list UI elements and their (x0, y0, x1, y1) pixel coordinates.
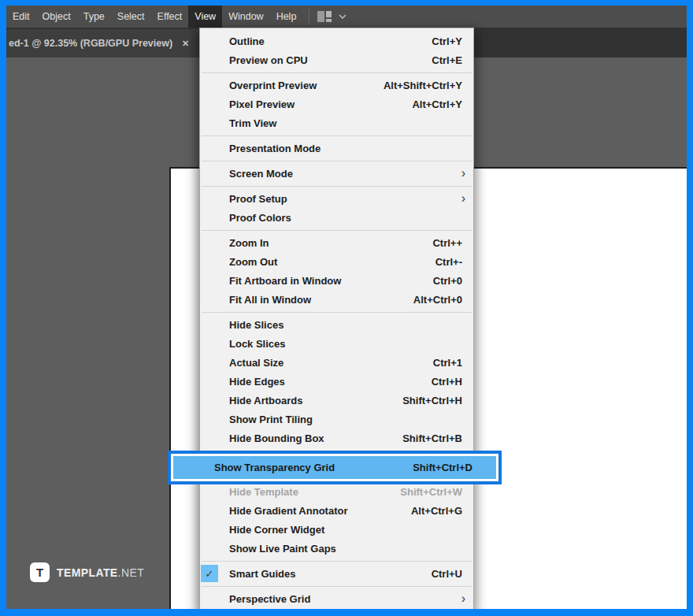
menubar-item-help[interactable]: Help (270, 6, 303, 28)
menubar-item-select[interactable]: Select (111, 6, 151, 28)
menu-item-zoom-in[interactable]: Zoom InCtrl++ (200, 233, 473, 252)
menu-item-hide-template[interactable]: Hide TemplateShift+Ctrl+W (200, 482, 473, 501)
menu-item-overprint-preview[interactable]: Overprint PreviewAlt+Shift+Ctrl+Y (200, 76, 473, 95)
menu-item-perspective-grid[interactable]: Perspective Grid› (200, 589, 473, 608)
menu-item-label: Hide Corner Widget (229, 524, 324, 536)
menu-item-shortcut: Ctrl++ (432, 237, 473, 249)
menu-item-label: Show Transparency Grid (214, 462, 335, 473)
menu-item-label: Overprint Preview (229, 80, 317, 91)
menu-item-proof-setup[interactable]: Proof Setup› (200, 189, 473, 208)
menubar-item-type[interactable]: Type (77, 6, 111, 28)
menu-gutter (200, 520, 229, 539)
view-dropdown-menu: OutlineCtrl+YPreview on CPUCtrl+EOverpri… (199, 28, 474, 609)
menu-separator (200, 69, 473, 76)
menu-item-hide-gradient-annotator[interactable]: Hide Gradient AnnotatorAlt+Ctrl+G (200, 501, 473, 520)
menu-item-shortcut: Ctrl+0 (433, 275, 473, 287)
menu-item-label: Actual Size (229, 357, 284, 369)
menu-item-smart-guides[interactable]: ✓Smart GuidesCtrl+U (200, 564, 473, 583)
menu-gutter (200, 315, 229, 334)
menu-item-label: Hide Edges (229, 376, 285, 388)
menu-item-shortcut: Ctrl+H (432, 376, 473, 388)
menu-gutter (200, 76, 229, 95)
menu-gutter (200, 139, 229, 158)
submenu-arrow-icon: › (461, 164, 473, 183)
menu-item-show-transparency-grid[interactable]: Show Transparency Grid Shift+Ctrl+D (173, 456, 496, 479)
menu-item-fit-all-in-window[interactable]: Fit All in WindowAlt+Ctrl+0 (200, 290, 473, 309)
menubar-item-effect[interactable]: Effect (151, 6, 189, 28)
menu-gutter (200, 391, 229, 410)
workspace-switcher-icon[interactable] (317, 11, 332, 22)
menu-item-label: Hide Gradient Annotator (229, 505, 347, 517)
menu-item-hide-edges[interactable]: Hide EdgesCtrl+H (200, 372, 473, 391)
menu-separator (200, 558, 473, 564)
screenshot-frame: EditObjectTypeSelectEffectViewWindowHelp… (0, 0, 693, 616)
close-icon[interactable]: ✕ (182, 39, 189, 49)
menubar-item-edit[interactable]: Edit (6, 6, 36, 28)
menu-gutter (200, 189, 229, 208)
menu-separator (200, 183, 473, 189)
menu-gutter (200, 410, 229, 429)
workspace-pane-left (317, 11, 324, 22)
menu-item-shortcut: Shift+Ctrl+B (402, 432, 473, 444)
watermark-tld: .NET (118, 566, 145, 579)
menu-item-label: Perspective Grid (229, 593, 310, 605)
menu-item-shortcut: Ctrl+E (432, 54, 473, 66)
menu-item-label: Fit Artboard in Window (229, 275, 341, 287)
menu-item-outline[interactable]: OutlineCtrl+Y (200, 32, 473, 50)
menubar-divider (309, 9, 309, 24)
template-net-watermark: T TEMPLATE.NET (30, 562, 144, 582)
menu-item-zoom-out[interactable]: Zoom OutCtrl+- (200, 252, 473, 271)
menu-separator (200, 583, 473, 589)
checkmark-gutter: ✓ (200, 564, 229, 583)
menu-item-label: Fit All in Window (229, 294, 311, 306)
menu-item-label: Screen Mode (229, 168, 293, 180)
menu-item-label: Preview on CPU (229, 54, 308, 66)
menu-gutter (200, 164, 229, 183)
menu-bar: EditObjectTypeSelectEffectViewWindowHelp (6, 6, 687, 28)
menu-item-label: Trim View (229, 117, 276, 129)
menu-item-shortcut: Shift+Ctrl+D (413, 462, 472, 473)
menu-item-label: Zoom In (229, 237, 269, 249)
menu-item-shortcut: Alt+Shift+Ctrl+Y (384, 80, 473, 91)
menu-item-show-print-tiling[interactable]: Show Print Tiling (200, 410, 473, 429)
menu-item-trim-view[interactable]: Trim View (200, 113, 473, 132)
menu-item-hide-corner-widget[interactable]: Hide Corner Widget (200, 520, 473, 539)
menu-gutter (200, 334, 229, 353)
menu-item-presentation-mode[interactable]: Presentation Mode (200, 139, 473, 158)
watermark-text: TEMPLATE.NET (57, 566, 144, 579)
menu-gutter (200, 372, 229, 391)
menu-item-shortcut: Ctrl+- (435, 256, 473, 268)
menu-gutter (200, 589, 229, 608)
menubar-item-window[interactable]: Window (222, 6, 269, 28)
menu-item-pixel-preview[interactable]: Pixel PreviewAlt+Ctrl+Y (200, 95, 473, 113)
menu-item-proof-colors[interactable]: Proof Colors (200, 208, 473, 227)
menu-separator (200, 158, 473, 164)
document-tab-title: ed-1 @ 92.35% (RGB/GPU Preview) (9, 38, 172, 49)
chevron-down-icon[interactable] (339, 14, 346, 19)
menu-item-hide-slices[interactable]: Hide Slices (200, 315, 473, 334)
menu-gutter (200, 50, 229, 69)
menu-item-shortcut: Ctrl+U (432, 568, 473, 580)
submenu-arrow-icon: › (461, 189, 473, 208)
menu-item-hide-artboards[interactable]: Hide ArtboardsShift+Ctrl+H (200, 391, 473, 410)
menu-item-actual-size[interactable]: Actual SizeCtrl+1 (200, 353, 473, 372)
menu-gutter (200, 95, 229, 113)
highlight-annotation-box: Show Transparency Grid Shift+Ctrl+D (168, 451, 502, 484)
menubar-item-view[interactable]: View (188, 6, 222, 28)
document-tab[interactable]: ed-1 @ 92.35% (RGB/GPU Preview) ✕ (6, 29, 209, 58)
menu-item-fit-artboard-in-window[interactable]: Fit Artboard in WindowCtrl+0 (200, 271, 473, 290)
menu-separator (200, 132, 473, 139)
menu-item-hide-bounding-box[interactable]: Hide Bounding BoxShift+Ctrl+B (200, 429, 473, 447)
menu-item-label: Zoom Out (229, 256, 277, 268)
menubar-item-object[interactable]: Object (36, 6, 77, 28)
menu-gutter (200, 539, 229, 558)
watermark-name: TEMPLATE (57, 566, 118, 579)
menu-item-shortcut: Alt+Ctrl+0 (413, 294, 473, 306)
menu-item-label: Show Print Tiling (229, 414, 313, 425)
menu-item-label: Hide Bounding Box (229, 432, 324, 444)
menu-item-lock-slices[interactable]: Lock Slices (200, 334, 473, 353)
menu-item-label: Presentation Mode (229, 143, 321, 154)
menu-item-show-live-paint-gaps[interactable]: Show Live Paint Gaps (200, 539, 473, 558)
menu-item-preview-on-cpu[interactable]: Preview on CPUCtrl+E (200, 50, 473, 69)
menu-item-screen-mode[interactable]: Screen Mode› (200, 164, 473, 183)
